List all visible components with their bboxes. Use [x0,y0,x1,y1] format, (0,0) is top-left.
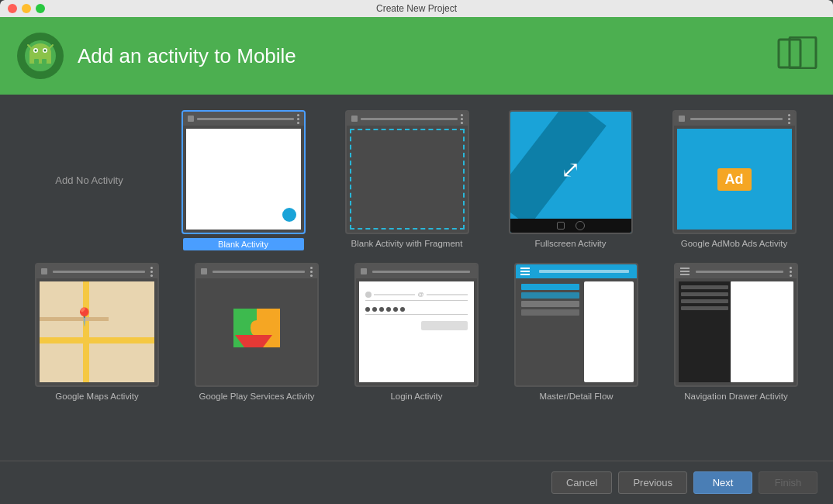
next-button[interactable]: Next [693,471,752,494]
login-label: Login Activity [390,392,442,401]
maps-card[interactable]: 📍 Google Maps Activity [23,263,171,401]
master-detail-label: Master/Detail Flow [539,392,613,401]
phone-tablet-icon [777,36,817,76]
blank-fragment-preview [345,110,469,234]
minimize-button[interactable] [22,4,31,13]
admob-card[interactable]: Ad Google AdMob Ads Activity [658,110,810,250]
admob-label: Google AdMob Ads Activity [681,239,787,248]
traffic-lights [8,4,45,13]
add-no-activity-card[interactable]: Add No Activity [23,110,155,250]
play-label: Google Play Services Activity [199,392,315,401]
svg-rect-9 [42,59,47,64]
svg-point-7 [44,50,47,52]
close-button[interactable] [8,4,17,13]
maps-label: Google Maps Activity [55,392,138,401]
svg-rect-8 [34,59,39,64]
maps-preview: 📍 [35,263,159,387]
android-studio-icon [16,31,65,81]
master-detail-preview [514,263,638,387]
svg-rect-13 [790,37,816,68]
window-title: Create New Project [376,3,457,14]
title-bar: Create New Project [0,0,833,17]
svg-rect-3 [29,53,51,64]
nav-drawer-card[interactable]: Navigation Drawer Activity [662,263,810,401]
fullscreen-preview: ⤢ [509,110,633,234]
nav-drawer-label: Navigation Drawer Activity [684,392,788,401]
nav-drawer-preview [674,263,798,387]
fullscreen-card[interactable]: ⤢ Fullscreen Activity [495,110,646,250]
add-no-activity-label: Add No Activity [55,174,123,186]
admob-badge: Ad [717,168,752,191]
fullscreen-label: Fullscreen Activity [534,239,606,248]
login-preview: @ [354,263,479,387]
blank-activity-preview [181,110,306,234]
play-card[interactable]: Google Play Services Activity [183,263,330,401]
svg-point-6 [35,50,37,52]
master-detail-card[interactable]: Master/Detail Flow [503,263,650,401]
previous-button[interactable]: Previous [618,471,687,494]
header: Add an activity to Mobile [0,17,833,95]
admob-preview: Ad [672,110,797,234]
finish-button[interactable]: Finish [759,471,817,494]
footer: Cancel Previous Next Finish [0,461,833,504]
maximize-button[interactable] [36,4,45,13]
login-card[interactable]: @ Login Activity [343,263,490,401]
main-content: Add No Activity Blank Activity [0,95,833,461]
cancel-button[interactable]: Cancel [551,471,612,494]
blank-activity-label: Blank Activity [183,238,304,250]
blank-activity-card[interactable]: Blank Activity [168,110,319,250]
header-title: Add an activity to Mobile [78,44,296,68]
play-preview [195,263,319,387]
blank-fragment-label: Blank Activity with Fragment [351,239,463,248]
blank-fragment-card[interactable]: Blank Activity with Fragment [331,110,482,250]
